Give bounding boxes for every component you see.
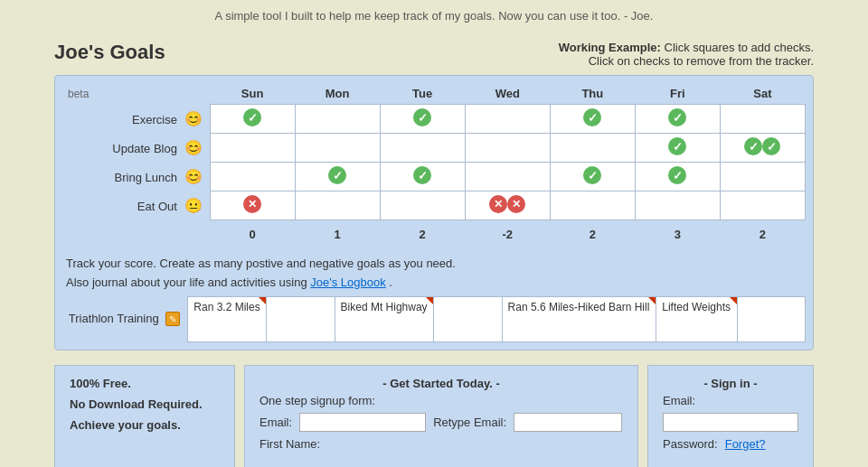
journal-cell-thu[interactable]: Ran 5.6 Miles-Hiked Barn Hill [502,296,656,341]
cell-exercise-sat[interactable] [720,105,805,134]
cell-eatout-sun[interactable] [210,191,295,220]
firstname-label: First Name: [259,437,320,451]
info-section: Track your score. Create as many postive… [62,249,806,293]
cell-eatout-tue[interactable] [380,191,465,220]
cell-eatout-mon[interactable] [295,191,380,220]
score-sat: 2 [720,220,805,249]
cell-eatout-fri[interactable] [635,191,720,220]
cell-exercise-fri[interactable] [635,105,720,134]
col-wed: Wed [465,83,550,105]
score-label [62,220,210,249]
col-sat: Sat [720,83,805,105]
col-thu: Thu [550,83,635,105]
working-example: Working Example: Click squares to add ch… [559,41,814,68]
cell-blog-wed[interactable] [465,134,550,163]
check-green-icon[interactable] [668,166,686,184]
working-example-text1: Click squares to add checks. [661,41,814,54]
cell-blog-sat[interactable] [720,134,805,163]
col-sun: Sun [210,83,295,105]
col-mon: Mon [295,83,380,105]
bottom-left-panel: 100% Free. No Download Required. Achieve… [54,365,235,468]
cell-exercise-tue[interactable] [380,105,465,134]
forget-link[interactable]: Forget? [725,437,766,451]
score-fri: 3 [635,220,720,249]
bottom-right-panel: - Sign in - Email: Password: Forget? [647,365,814,468]
journal-cell-sat[interactable] [737,296,805,341]
cell-lunch-thu[interactable] [550,163,635,191]
journal-info: Also journal about your life and activit… [66,276,802,289]
signin-email-label: Email: [663,394,695,407]
check-green-icon[interactable] [413,108,431,126]
cell-exercise-thu[interactable] [550,105,635,134]
check-green-icon[interactable] [583,108,601,126]
top-bar: A simple tool I built to help me keep tr… [0,0,868,32]
cell-blog-fri[interactable] [635,134,720,163]
journal-link[interactable]: Joe's Logbook [310,276,385,289]
email-input[interactable] [299,413,426,432]
check-green-icon[interactable] [583,166,601,184]
page-header: Joe's Goals Working Example: Click squar… [54,32,814,75]
info-text: Track your score. Create as many postive… [66,257,802,270]
score-mon: 1 [295,220,380,249]
signin-email-input-row [663,413,798,432]
goal-label-lunch: Bring Lunch 😊 [62,163,210,191]
cell-lunch-fri[interactable] [635,163,720,191]
cell-lunch-tue[interactable] [380,163,465,191]
emoji-exercise: 😊 [184,111,203,126]
table-row: Exercise 😊 [62,105,806,134]
cell-lunch-sun[interactable] [210,163,295,191]
journal-cell-tue[interactable]: Biked Mt Highway [335,296,434,341]
signup-title: - Get Started Today. - [259,377,623,390]
cell-blog-tue[interactable] [380,134,465,163]
signin-email-input[interactable] [663,413,798,432]
cell-lunch-sat[interactable] [720,163,805,191]
emoji-lunch: 😊 [184,169,203,184]
cell-eatout-sat[interactable] [720,191,805,220]
check-red-icon[interactable] [243,195,261,213]
check-green-icon[interactable] [668,137,686,155]
cell-blog-thu[interactable] [550,134,635,163]
retype-email-input[interactable] [514,413,622,432]
cell-eatout-wed[interactable] [465,191,550,220]
table-row: Update Blog 😊 [62,134,806,163]
signin-password-label: Password: [663,437,718,451]
check-green-icon[interactable] [744,137,762,155]
page-title: Joe's Goals [54,41,165,64]
check-green-icon[interactable] [668,108,686,126]
check-green-icon[interactable] [328,166,346,184]
cell-exercise-wed[interactable] [465,105,550,134]
table-row: Eat Out 😐 [62,191,806,220]
cell-lunch-wed[interactable] [465,163,550,191]
journal-label: Triathlon Training [62,296,188,341]
signin-title: - Sign in - [663,377,798,390]
journal-table: Triathlon Training Ran 3.2 Miles Biked M… [62,296,806,342]
bottom-download: No Download Required. [70,397,220,411]
bottom-goals: Achieve your goals. [70,418,220,432]
signin-email-row: Email: [663,394,798,407]
cell-blog-sun[interactable] [210,134,295,163]
goal-label-blog: Update Blog 😊 [62,134,210,163]
cell-blog-mon[interactable] [295,134,380,163]
journal-row: Triathlon Training Ran 3.2 Miles Biked M… [62,296,806,341]
edit-icon[interactable] [165,312,180,326]
cell-eatout-thu[interactable] [550,191,635,220]
check-green-icon[interactable] [762,137,780,155]
journal-cell-sun[interactable]: Ran 3.2 Miles [188,296,267,341]
check-red-icon[interactable] [507,195,525,213]
signin-password-row: Password: Forget? [663,437,798,451]
retype-label: Retype Email: [433,416,506,429]
cell-lunch-mon[interactable] [295,163,380,191]
beta-cell: beta [62,83,210,105]
check-green-icon[interactable] [243,108,261,126]
check-red-icon[interactable] [489,195,507,213]
check-green-icon[interactable] [413,166,431,184]
journal-cell-fri[interactable]: Lifted Weights [656,296,737,341]
journal-cell-mon[interactable] [267,296,335,341]
top-bar-text: A simple tool I built to help me keep tr… [215,9,654,23]
cell-exercise-mon[interactable] [295,105,380,134]
beta-label: beta [68,88,89,100]
emoji-blog: 😊 [184,140,203,155]
journal-cell-wed[interactable] [434,296,502,341]
cell-exercise-sun[interactable] [210,105,295,134]
journal-suffix: . [389,276,392,289]
